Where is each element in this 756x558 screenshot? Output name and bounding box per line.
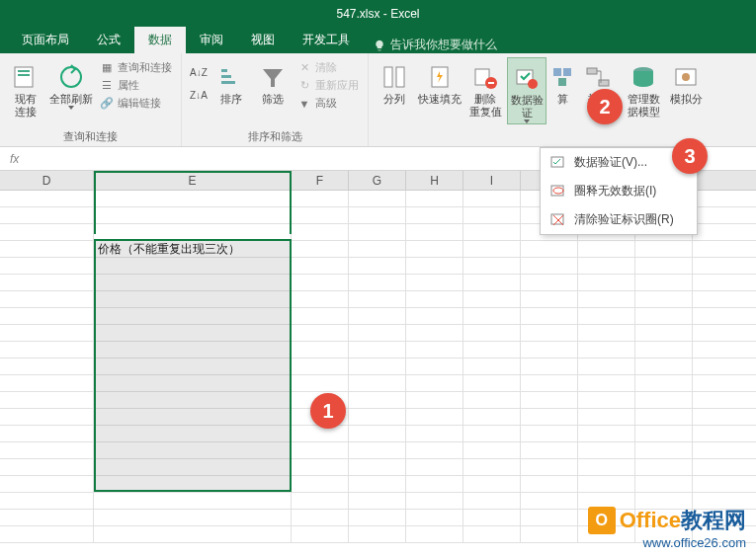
cell-grid[interactable]: 价格（不能重复出现三次） [0,191,756,543]
sort-icon [215,61,247,93]
refresh-icon [55,61,87,93]
grid-row[interactable] [0,308,756,325]
sort-asc-button[interactable]: A↓Z [188,61,210,83]
grid-row[interactable] [0,258,756,275]
col-header-h[interactable]: H [406,171,463,190]
existing-connections-button[interactable]: 现有 连接 [6,57,45,119]
sort-button[interactable]: 排序 [211,57,251,112]
group-data-tools: 分列 快速填充 删除 重复值 数据验 证 算 关系 [369,53,709,146]
callout-2: 2 [587,89,623,124]
svg-rect-15 [558,78,566,86]
svg-rect-7 [396,67,404,87]
reapply-icon: ↻ [297,79,311,93]
data-validation-icon [511,62,543,94]
grid-row[interactable] [0,459,756,476]
grid-row[interactable] [0,409,756,426]
filter-icon [257,61,289,93]
grid-row[interactable] [0,342,756,359]
group-label-sort: 排序和筛选 [188,129,362,144]
flash-fill-button[interactable]: 快速填充 [416,57,463,124]
svg-point-12 [528,79,538,89]
remove-duplicates-button[interactable]: 删除 重复值 [465,57,505,124]
clear-filter-button[interactable]: ✕清除 [294,59,362,76]
grid-row[interactable] [0,442,756,459]
fx-icon[interactable]: fx [4,152,25,166]
grid-row[interactable] [0,291,756,308]
advanced-icon: ▼ [297,97,311,111]
tab-page-layout[interactable]: 页面布局 [8,27,83,53]
text-to-columns-icon [378,61,410,93]
sort-asc-icon: A↓Z [190,67,208,78]
group-sort-filter: A↓Z Z↓A 排序 筛选 ✕清除 ↻重新应用 ▼高级 排序和筛选 [182,53,369,146]
lightbulb-icon [374,40,385,51]
whatif-icon [670,61,702,93]
sort-desc-icon: Z↓A [190,90,208,101]
svg-point-20 [682,73,690,81]
edit-links-button[interactable]: 🔗编辑链接 [97,95,175,112]
chevron-down-icon [524,120,530,123]
svg-rect-5 [221,81,235,84]
grid-row[interactable] [0,392,756,409]
grid-row[interactable] [0,275,756,291]
tab-data[interactable]: 数据 [134,27,186,53]
svg-rect-4 [221,75,231,78]
existing-connections-icon [10,61,42,93]
col-header-d[interactable]: D [0,171,94,190]
col-header-f[interactable]: F [292,171,349,190]
chevron-down-icon [68,106,74,110]
tell-me-label: 告诉我你想要做什么 [390,37,497,53]
sort-desc-button[interactable]: Z↓A [188,84,210,106]
whatif-button[interactable]: 模拟分 [669,57,703,124]
watermark: O Office教程网 www.office26.com [588,506,746,550]
queries-connections-button[interactable]: ▦查询和连接 [97,59,175,76]
col-header-e[interactable]: E [94,171,292,190]
group-queries: 现有 连接 全部刷新 ▦查询和连接 ☰属性 🔗编辑链接 查询和连接 [0,53,182,146]
relationships-icon [582,61,614,93]
tell-me[interactable]: 告诉我你想要做什么 [364,37,497,53]
col-header-g[interactable]: G [349,171,406,190]
ribbon-tabs: 页面布局 公式 数据 审阅 视图 开发工具 告诉我你想要做什么 [0,28,756,53]
callout-1: 1 [310,393,346,429]
flash-fill-icon [424,61,456,93]
svg-rect-6 [384,67,392,87]
svg-rect-1 [18,70,30,72]
menu-clear-circles[interactable]: 清除验证标识圈(R) [541,205,697,234]
col-header-i[interactable]: I [463,171,521,190]
title-bar: 547.xlsx - Excel [0,0,756,28]
watermark-logo-icon: O [588,507,616,534]
tab-view[interactable]: 视图 [237,27,289,53]
clear-icon: ✕ [297,61,311,75]
svg-rect-16 [587,68,597,74]
advanced-filter-button[interactable]: ▼高级 [294,95,362,112]
data-validation-button[interactable]: 数据验 证 [507,57,546,124]
data-model-button[interactable]: 管理数 据模型 [620,57,667,124]
clear-circles-icon [550,212,566,228]
tab-review[interactable]: 审阅 [186,27,237,53]
properties-icon: ☰ [100,79,114,93]
group-label-queries: 查询和连接 [6,129,175,144]
filter-button[interactable]: 筛选 [253,57,293,112]
data-model-icon [628,61,659,93]
refresh-all-button[interactable]: 全部刷新 [47,57,95,119]
svg-rect-14 [563,68,571,76]
tab-developer[interactable]: 开发工具 [289,27,364,53]
grid-row[interactable] [0,359,756,375]
watermark-url: www.office26.com [588,535,746,550]
menu-circle-invalid[interactable]: 圈释无效数据(I) [541,177,697,205]
consolidate-button[interactable]: 算 [548,57,576,124]
text-to-columns-button[interactable]: 分列 [375,57,414,124]
grid-row[interactable] [0,375,756,392]
grid-row[interactable] [0,325,756,342]
circle-invalid-icon [550,184,566,199]
grid-row[interactable] [0,476,756,493]
tab-formulas[interactable]: 公式 [83,27,134,53]
grid-row[interactable] [0,426,756,442]
remove-duplicates-icon [469,61,501,93]
svg-rect-3 [221,69,227,72]
consolidate-icon [546,61,578,93]
properties-button[interactable]: ☰属性 [97,77,175,94]
svg-rect-13 [553,68,561,76]
reapply-button[interactable]: ↻重新应用 [294,77,362,94]
edit-links-icon: 🔗 [100,97,114,111]
grid-row[interactable]: 价格（不能重复出现三次） [0,241,756,258]
